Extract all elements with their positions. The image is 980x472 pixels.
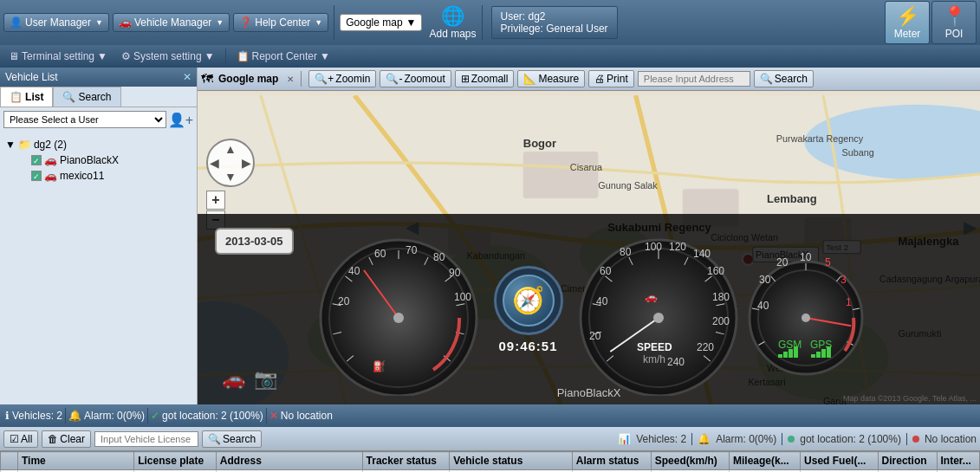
right-icon-group: ⚡ Meter 📍 POI (885, 1, 977, 44)
tree-children-area: ✓ 🚗 PianoBlackX ✓ 🚗 mexico11 (3, 152, 193, 184)
clear-label: Clear (60, 433, 85, 445)
vehicle-list-close-icon[interactable]: ✕ (183, 71, 191, 83)
col-fuel[interactable]: Used Fuel(... (801, 452, 878, 470)
compass-clock: 🧭 09:46:51 (485, 266, 572, 353)
meter-label: Meter (894, 28, 921, 40)
pianoblackx-checkbox[interactable]: ✓ (31, 155, 42, 165)
address-input[interactable] (638, 71, 750, 87)
tree-item-pianoblackx[interactable]: ✓ 🚗 PianoBlackX (17, 152, 193, 168)
nav-up-icon[interactable]: ▲ (224, 142, 237, 156)
status-sep2 (147, 408, 148, 424)
map-select[interactable]: Google map ▼ (340, 14, 422, 31)
menubar-separator-2 (482, 5, 483, 40)
vehicle-license-input[interactable] (94, 431, 198, 447)
all-button[interactable]: ☑ All (3, 430, 38, 448)
report-label: Report Center (252, 50, 317, 62)
terminal-setting-menu[interactable]: 🖥 Terminal setting ▼ (3, 48, 113, 64)
nav-right-icon[interactable]: ▶ (242, 156, 251, 170)
menubar2-sep (225, 48, 226, 64)
speed-gauge: 40 60 80 100 120 140 160 180 20 200 220 … (572, 223, 745, 396)
svg-text:Purwakarta Regency: Purwakarta Regency (776, 133, 864, 144)
add-maps-area[interactable]: 🌐 Add maps (429, 5, 476, 40)
map-title: Google map (218, 73, 278, 85)
tree-item-mexico11[interactable]: ✓ 🚗 mexico11 (17, 168, 193, 184)
date-card: 2013-03-05 (215, 228, 294, 255)
status-sep3 (266, 408, 267, 424)
col-time[interactable]: Time (18, 452, 134, 470)
poi-button[interactable]: 📍 POI (931, 1, 977, 44)
col-speed[interactable]: Speed(km/h) (651, 452, 729, 470)
print-label: Print (607, 73, 628, 85)
measure-button[interactable]: 📐 Measure (517, 70, 585, 87)
user-select-row: Please Select a User 👤+ (0, 107, 197, 132)
vehicle-tree: ▼ 📁 dg2 (2) ✓ 🚗 PianoBlackX ✓ 🚗 (0, 132, 197, 189)
col-tracker[interactable]: Tracker status (362, 452, 450, 470)
dashboard-icons: 🚗 📷 (222, 368, 277, 391)
no-location-dot (912, 436, 919, 443)
map-tab-close-icon[interactable]: ✕ (287, 74, 294, 84)
col-vehicle[interactable]: Vehicle status (450, 452, 573, 470)
report-center-menu[interactable]: 📋 Report Center ▼ (231, 48, 335, 64)
svg-text:Cisarua: Cisarua (570, 162, 602, 172)
alarm-stats-icon: 🔔 (698, 433, 711, 445)
vehicle-manager-arrow-icon: ▼ (216, 18, 224, 27)
map-select-arrow-icon: ▼ (406, 16, 417, 29)
data-table-wrap: Time License plate Address Tracker statu… (0, 451, 980, 472)
poi-icon: 📍 (943, 5, 966, 28)
globe-icon: 🌐 (441, 5, 464, 28)
list-icon: 📋 (10, 91, 23, 103)
tab-search[interactable]: 🔍 Search (53, 87, 120, 107)
zoomin-button[interactable]: 🔍+ Zoomin (308, 70, 376, 87)
user-manager-menu[interactable]: 👤 User Manager ▼ (3, 13, 109, 32)
user-select-dropdown[interactable]: Please Select a User (3, 111, 166, 128)
tree-root-label: dg2 (2) (34, 139, 67, 151)
tree-root-row[interactable]: ▼ 📁 dg2 (2) (3, 137, 193, 152)
system-setting-menu[interactable]: ⚙ System setting ▼ (116, 48, 220, 64)
meter-button[interactable]: ⚡ Meter (885, 1, 930, 44)
vehicle-icon-mexico11: 🚗 (44, 170, 57, 182)
help-center-menu[interactable]: ❓ Help Center ▼ (233, 13, 328, 32)
vehicle-manager-menu[interactable]: 🚗 Vehicle Manager ▼ (113, 13, 230, 32)
mexico11-checkbox[interactable]: ✓ (31, 171, 42, 181)
search-tab-icon: 🔍 (62, 91, 75, 103)
svg-text:40: 40 (596, 295, 608, 307)
svg-rect-7 (523, 152, 599, 198)
map-background[interactable]: Bogor Sukabumi Regency Lembang Subang Pu… (198, 95, 980, 404)
add-user-icon[interactable]: 👤+ (168, 112, 193, 128)
svg-text:Lembang: Lembang (767, 192, 817, 205)
alarm-icon: 🔔 (68, 410, 81, 422)
rpm-gauge: 20 40 60 70 80 90 100 ⛽ (312, 223, 485, 396)
status-info-icon: ℹ (5, 410, 10, 422)
svg-text:40: 40 (757, 300, 769, 312)
col-address[interactable]: Address (216, 452, 362, 470)
nav-left-icon[interactable]: ◀ (210, 156, 219, 170)
svg-text:SPEED: SPEED (637, 341, 672, 353)
zoomall-button[interactable]: ⊞ Zoomall (455, 70, 515, 87)
zoom-in-button[interactable]: + (206, 191, 225, 210)
map-search-button[interactable]: 🔍 Search (754, 70, 814, 87)
map-copyright: Map data ©2013 Google, Tele Atlas, ... (843, 394, 977, 403)
col-inter[interactable]: Inter... (937, 452, 979, 470)
col-direction[interactable]: Direction (878, 452, 937, 470)
toolbar-sep1 (301, 71, 302, 87)
menubar-row1: 👤 User Manager ▼ 🚗 Vehicle Manager ▼ ❓ H… (0, 0, 980, 45)
col-plate[interactable]: License plate (134, 452, 217, 470)
tab-list[interactable]: 📋 List (0, 87, 53, 107)
all-checkbox-icon: ☑ (10, 433, 19, 445)
nav-down-icon[interactable]: ▼ (224, 170, 237, 184)
col-alarm[interactable]: Alarm status (572, 452, 651, 470)
col-mileage[interactable]: Mileage(k... (730, 452, 801, 470)
menubar-row2: 🖥 Terminal setting ▼ ⚙ System setting ▼ … (0, 45, 980, 68)
svg-rect-120 (827, 346, 831, 358)
compass-needle-icon: 🧭 (512, 285, 544, 315)
vehicle-list-tabs: 📋 List 🔍 Search (0, 87, 197, 107)
svg-text:220: 220 (697, 341, 714, 353)
main-area: Vehicle List ✕ 📋 List 🔍 Search Please Se… (0, 68, 980, 404)
print-button[interactable]: 🖨 Print (588, 70, 634, 87)
zoomin-icon: 🔍+ (315, 73, 334, 85)
table-header-row: Time License plate Address Tracker statu… (1, 452, 980, 470)
clear-button[interactable]: 🗑 Clear (42, 430, 91, 448)
zoomout-button[interactable]: 🔍- Zoomout (380, 70, 451, 87)
table-search-button[interactable]: 🔍 Search (202, 430, 262, 448)
svg-text:10: 10 (800, 251, 812, 263)
